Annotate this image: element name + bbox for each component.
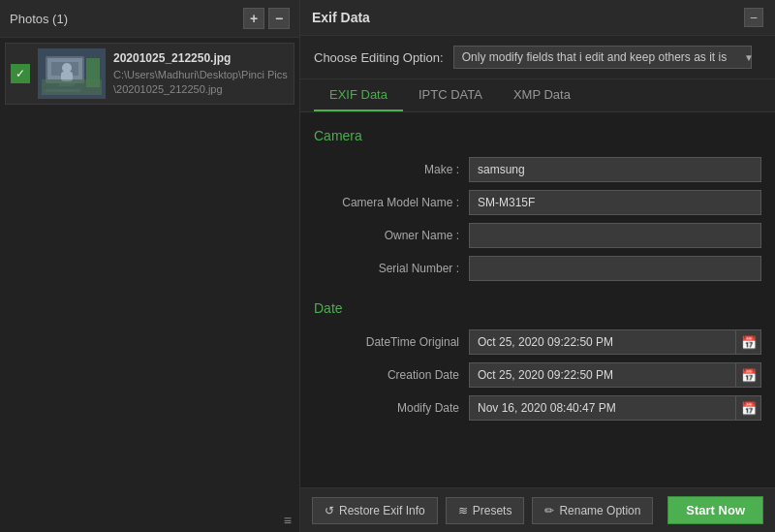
make-label: Make : — [314, 163, 469, 176]
owner-name-input[interactable] — [469, 223, 761, 248]
bottom-bar: ↺ Restore Exif Info ≋ Presets ✏ Rename O… — [300, 487, 775, 532]
photos-panel-title: Photos (1) — [10, 12, 68, 26]
left-panel: Photos (1) + − ✓ — [0, 0, 300, 532]
add-photo-button[interactable]: + — [243, 8, 264, 29]
creation-date-input[interactable] — [470, 364, 735, 386]
datetime-original-input[interactable] — [470, 331, 735, 353]
right-panel-header: Exif Data – — [300, 0, 775, 36]
restore-label: Restore Exif Info — [339, 504, 425, 517]
svg-point-4 — [62, 63, 72, 73]
tabs-bar: EXIF Data IPTC DATA XMP Data — [300, 79, 775, 112]
modify-date-field-row: Modify Date 📅 — [314, 395, 761, 421]
serial-number-label: Serial Number : — [314, 262, 469, 275]
datetime-original-label: DateTime Original — [314, 335, 469, 349]
list-view-icon[interactable]: ≡ — [284, 513, 292, 528]
presets-label: Presets — [473, 504, 512, 517]
tab-xmp-data[interactable]: XMP Data — [498, 79, 586, 111]
presets-icon: ≋ — [458, 504, 468, 517]
editing-option-bar: Choose Editing Option: Only modify field… — [300, 36, 775, 79]
right-panel: Exif Data – Choose Editing Option: Only … — [300, 0, 775, 532]
owner-name-label: Owner Name : — [314, 229, 469, 242]
left-panel-header: Photos (1) + − — [0, 0, 299, 38]
editing-option-select[interactable]: Only modify fields that i edit and keep … — [453, 46, 752, 69]
owner-name-field-row: Owner Name : — [314, 223, 761, 248]
creation-date-field-row: Creation Date 📅 — [314, 362, 761, 388]
camera-field-group: Make : Camera Model Name : Owner Name : … — [314, 157, 761, 281]
remove-photo-button[interactable]: − — [268, 8, 290, 29]
photo-path: C:\Users\Madhuri\Desktop\Pinci Pics\2020… — [113, 68, 289, 96]
creation-date-calendar-icon[interactable]: 📅 — [735, 362, 760, 388]
tab-iptc-data[interactable]: IPTC DATA — [403, 79, 498, 111]
restore-icon: ↺ — [325, 504, 334, 517]
tab-exif-data[interactable]: EXIF Data — [314, 79, 403, 111]
date-section-title: Date — [314, 300, 761, 316]
photo-list-meta: ≡ — [0, 509, 299, 532]
photo-thumbnail — [38, 48, 106, 99]
content-area: Camera Make : Camera Model Name : Owner … — [300, 112, 775, 487]
camera-model-field-row: Camera Model Name : — [314, 190, 761, 215]
modify-date-calendar-icon[interactable]: 📅 — [735, 395, 760, 421]
make-field-row: Make : — [314, 157, 761, 182]
header-buttons: + − — [243, 8, 290, 29]
start-now-button[interactable]: Start Now — [667, 496, 763, 524]
datetime-original-wrapper: 📅 — [469, 329, 761, 355]
camera-model-label: Camera Model Name : — [314, 196, 469, 209]
date-field-group: DateTime Original 📅 Creation Date 📅 Modi… — [314, 329, 761, 421]
make-input[interactable] — [469, 157, 761, 182]
photo-list: ✓ — [0, 38, 299, 509]
right-panel-title: Exif Data — [312, 10, 370, 25]
serial-number-input[interactable] — [469, 256, 761, 281]
modify-date-wrapper: 📅 — [469, 395, 761, 421]
creation-date-label: Creation Date — [314, 368, 469, 382]
camera-section-title: Camera — [314, 128, 761, 143]
serial-number-field-row: Serial Number : — [314, 256, 761, 281]
minimize-button[interactable]: – — [744, 8, 763, 27]
rename-label: Rename Option — [559, 504, 640, 517]
photo-name: 20201025_212250.jpg — [113, 51, 289, 65]
photo-list-item[interactable]: ✓ — [5, 43, 294, 105]
restore-exif-button[interactable]: ↺ Restore Exif Info — [312, 497, 438, 524]
creation-date-wrapper: 📅 — [469, 362, 761, 388]
datetime-original-calendar-icon[interactable]: 📅 — [735, 329, 760, 355]
camera-model-input[interactable] — [469, 190, 761, 215]
modify-date-input[interactable] — [470, 397, 735, 419]
editing-option-label: Choose Editing Option: — [314, 50, 444, 65]
rename-option-button[interactable]: ✏ Rename Option — [532, 497, 653, 524]
rename-icon: ✏ — [544, 504, 554, 517]
modify-date-label: Modify Date — [314, 401, 469, 415]
presets-button[interactable]: ≋ Presets — [446, 497, 525, 524]
photo-checkbox[interactable]: ✓ — [11, 64, 30, 83]
photo-info: 20201025_212250.jpg C:\Users\Madhuri\Des… — [113, 51, 289, 96]
datetime-original-field-row: DateTime Original 📅 — [314, 329, 761, 355]
editing-option-select-wrapper: Only modify fields that i edit and keep … — [453, 46, 761, 69]
